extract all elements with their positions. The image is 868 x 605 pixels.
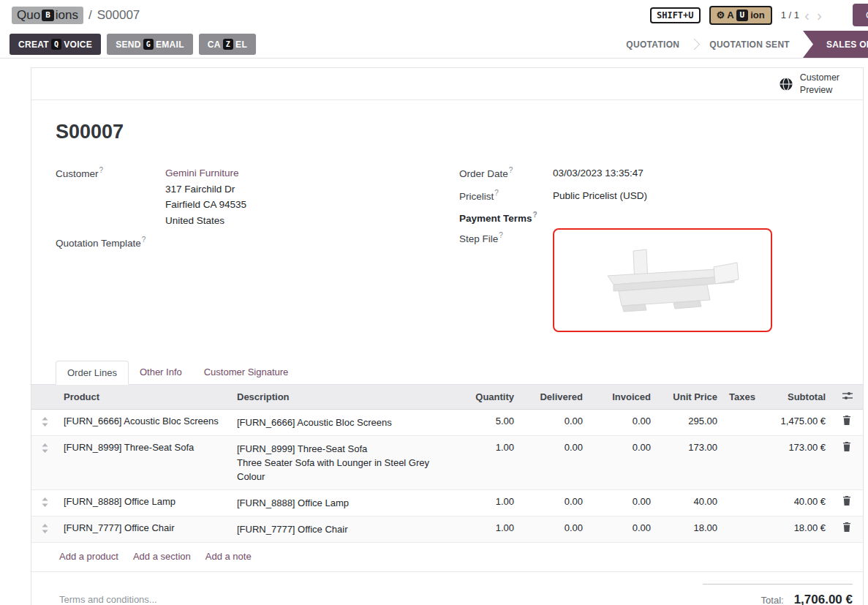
statusbar-stage-quotation[interactable]: QUOTATION	[613, 31, 692, 58]
line-invoiced-cell[interactable]: 0.00	[589, 516, 657, 542]
field-payment-terms: Payment Terms?	[459, 210, 839, 224]
column-header-invoiced[interactable]: Invoiced	[589, 385, 657, 410]
action-buttons-group: CREAT Q VOICE SEND G EMAIL CA Z EL	[10, 31, 256, 58]
line-description-cell[interactable]: [FURN_8888] Office Lamp	[231, 489, 454, 516]
line-unit-price-cell[interactable]: 18.00	[657, 516, 723, 542]
field-column-left: Customer? Gemini Furniture 317 Fairchild…	[56, 165, 459, 339]
line-unit-price-cell[interactable]: 40.00	[657, 489, 723, 516]
hotkey-badge-u: U	[736, 10, 749, 21]
line-quantity-cell[interactable]: 5.00	[454, 409, 520, 435]
breadcrumb-quotations[interactable]: Quo B ions	[12, 7, 83, 24]
line-taxes-cell[interactable]	[723, 435, 760, 489]
line-delivered-cell[interactable]: 0.00	[520, 516, 589, 542]
tab-customer-signature[interactable]: Customer Signature	[193, 361, 300, 384]
delete-line-button[interactable]	[831, 435, 863, 489]
tab-order-lines[interactable]: Order Lines	[56, 361, 129, 385]
drag-handle-icon	[42, 497, 48, 507]
row-drag-handle[interactable]	[31, 489, 58, 516]
delete-line-button[interactable]	[831, 409, 863, 435]
sheet-footer: Terms and conditions... Total: 1,706.00 …	[31, 572, 863, 605]
line-quantity-cell[interactable]: 1.00	[454, 489, 520, 516]
pricelist-value[interactable]: Public Pricelist (USD)	[553, 188, 647, 204]
column-header-taxes[interactable]: Taxes	[723, 385, 760, 410]
pager-next-button[interactable]: ›	[815, 7, 824, 23]
cancel-button[interactable]: CA Z EL	[199, 34, 256, 55]
order-line-row[interactable]: [FURN_7777] Office Chair [FURN_7777] Off…	[31, 516, 863, 542]
line-invoiced-cell[interactable]: 0.00	[589, 435, 657, 489]
line-product-cell[interactable]: [FURN_6666] Acoustic Bloc Screens	[58, 409, 231, 435]
line-description-cell[interactable]: [FURN_8999] Three-Seat SofaThree Seater …	[231, 435, 454, 489]
delete-line-button[interactable]	[831, 489, 863, 516]
help-icon: ?	[533, 211, 537, 219]
line-product-cell[interactable]: [FURN_8888] Office Lamp	[58, 489, 231, 516]
field-quotation-template: Quotation Template?	[56, 235, 459, 249]
order-lines-table: Product Description Quantity Delivered I…	[31, 385, 863, 543]
order-line-row[interactable]: [FURN_6666] Acoustic Bloc Screens [FURN_…	[31, 409, 863, 435]
line-product-cell[interactable]: [FURN_8999] Three-Seat Sofa	[58, 435, 231, 489]
customer-link[interactable]: Gemini Furniture	[165, 168, 239, 179]
shift-hotkey-hint: SHIFT+U	[650, 7, 701, 23]
line-description-cell[interactable]: [FURN_7777] Office Chair	[231, 516, 454, 542]
line-unit-price-cell[interactable]: 295.00	[657, 409, 723, 435]
add-a-section-link[interactable]: Add a section	[133, 551, 191, 562]
field-grid: Customer? Gemini Furniture 317 Fairchild…	[56, 165, 839, 339]
row-drag-handle[interactable]	[31, 435, 58, 489]
customer-preview-button[interactable]: Customer Preview	[774, 71, 844, 97]
line-invoiced-cell[interactable]: 0.00	[589, 489, 657, 516]
column-header-product[interactable]: Product	[58, 385, 231, 410]
line-taxes-cell[interactable]	[723, 489, 760, 516]
sheet-body: S00007 Customer? Gemini Furniture 317 Fa…	[31, 100, 863, 339]
order-line-row[interactable]: [FURN_8999] Three-Seat Sofa [FURN_8999] …	[31, 435, 863, 489]
column-header-quantity[interactable]: Quantity	[454, 385, 520, 410]
line-quantity-cell[interactable]: 1.00	[454, 516, 520, 542]
action-text-post: ion	[750, 10, 765, 20]
close-button[interactable]: Close	[853, 4, 868, 26]
step-file-image[interactable]	[553, 228, 772, 332]
line-quantity-cell[interactable]: 1.00	[454, 435, 520, 489]
form-sheet: Customer Preview S00007 Customer? Gemini…	[31, 67, 864, 605]
column-header-unit-price[interactable]: Unit Price	[657, 385, 723, 410]
help-icon: ?	[499, 231, 503, 239]
description-line: [FURN_7777] Office Chair	[237, 522, 448, 536]
line-taxes-cell[interactable]	[723, 409, 760, 435]
step-file-3d-render	[564, 238, 761, 322]
create-invoice-button[interactable]: CREAT Q VOICE	[10, 34, 101, 55]
column-header-delivered[interactable]: Delivered	[520, 385, 589, 410]
notebook-tabs: Order LinesOther InfoCustomer Signature	[31, 361, 863, 385]
line-unit-price-cell[interactable]: 173.00	[657, 435, 723, 489]
send-email-button[interactable]: SEND G EMAIL	[107, 34, 193, 55]
column-header-subtotal[interactable]: Subtotal	[760, 385, 831, 410]
row-drag-handle[interactable]	[31, 409, 58, 435]
breadcrumb-quotations-text-pre: Quo	[17, 8, 40, 23]
line-product-cell[interactable]: [FURN_7777] Office Chair	[58, 516, 231, 542]
statusbar-stage-sales-order[interactable]: SALES ORDER	[803, 31, 868, 58]
optional-columns-toggle[interactable]	[831, 385, 863, 410]
line-description-cell[interactable]: [FURN_6666] Acoustic Bloc Screens	[231, 409, 454, 435]
hotkey-badge-q: Q	[51, 39, 61, 50]
terms-and-conditions-input[interactable]: Terms and conditions...	[59, 584, 157, 605]
field-pricelist: Pricelist? Public Pricelist (USD)	[459, 188, 839, 204]
action-menu-button[interactable]: ⚙ A U ion	[709, 6, 772, 25]
customer-address-line: United States	[165, 213, 246, 229]
trash-icon	[842, 416, 851, 425]
add-a-product-link[interactable]: Add a product	[59, 551, 118, 562]
row-drag-handle[interactable]	[31, 516, 58, 542]
column-header-description[interactable]: Description	[231, 385, 454, 410]
tab-other-info[interactable]: Other Info	[129, 361, 193, 384]
line-delivered-cell[interactable]: 0.00	[520, 489, 589, 516]
control-panel-top: Quo B ions / S00007 SHIFT+U ⚙ A U ion 1 …	[0, 0, 868, 31]
statusbar-stage-quotation-sent[interactable]: QUOTATION SENT	[696, 31, 803, 58]
breadcrumb-current-record: S00007	[97, 8, 140, 23]
total-label: Total:	[761, 595, 784, 605]
line-invoiced-cell[interactable]: 0.00	[589, 409, 657, 435]
line-taxes-cell[interactable]	[723, 516, 760, 542]
line-delivered-cell[interactable]: 0.00	[520, 435, 589, 489]
hotkey-badge-b: B	[42, 10, 54, 21]
pager-previous-button[interactable]: ‹	[802, 7, 812, 23]
line-delivered-cell[interactable]: 0.00	[520, 409, 589, 435]
breadcrumb-quotations-text-post: ions	[56, 8, 78, 23]
delete-line-button[interactable]	[831, 516, 863, 542]
order-date-value[interactable]: 03/03/2023 13:35:47	[553, 165, 644, 181]
order-line-row[interactable]: [FURN_8888] Office Lamp [FURN_8888] Offi…	[31, 489, 863, 516]
add-a-note-link[interactable]: Add a note	[205, 551, 252, 562]
